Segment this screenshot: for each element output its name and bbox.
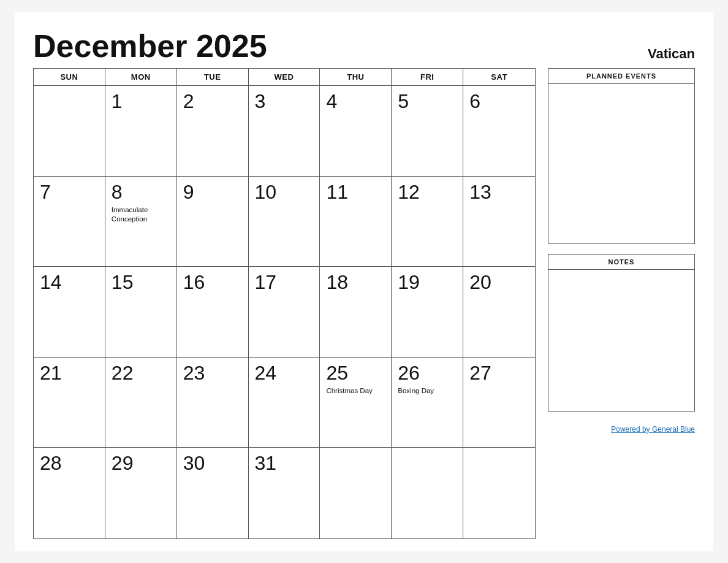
page-header: December 2025 Vatican <box>33 30 695 62</box>
day-cell-17: 17 <box>249 267 320 358</box>
day-cell-15: 15 <box>105 267 177 358</box>
day-cell-19: 19 <box>392 267 463 358</box>
day-cell-26: 26 Boxing Day <box>392 358 463 448</box>
header-mon: MON <box>105 69 177 85</box>
day-cell-11: 11 <box>320 177 392 267</box>
footer: Powered by General Blue <box>548 425 695 434</box>
notes-box: NOTES <box>548 254 695 412</box>
day-cell-30: 30 <box>177 448 249 538</box>
day-cell-21: 21 <box>34 358 105 448</box>
day-headers-row: SUN MON TUE WED THU FRI SAT <box>34 69 535 86</box>
planned-events-content <box>548 84 694 243</box>
powered-by-link[interactable]: Powered by General Blue <box>611 425 695 434</box>
planned-events-title: PLANNED EVENTS <box>548 69 694 84</box>
day-cell-24: 24 <box>249 358 320 448</box>
day-cell-7: 7 <box>34 177 105 267</box>
planned-events-box: PLANNED EVENTS <box>548 68 695 244</box>
day-cell-20: 20 <box>463 267 535 358</box>
day-cell-23: 23 <box>177 358 249 448</box>
sidebar: PLANNED EVENTS NOTES Powered by General … <box>548 68 695 539</box>
calendar-grid: 1 2 3 4 5 6 7 8 ImmaculateConception 9 1… <box>34 86 535 538</box>
day-cell-10: 10 <box>249 177 320 267</box>
header-sun: SUN <box>34 69 105 85</box>
day-cell-22: 22 <box>105 358 177 448</box>
header-fri: FRI <box>392 69 463 85</box>
day-cell-8: 8 ImmaculateConception <box>105 177 177 267</box>
day-cell-9: 9 <box>177 177 249 267</box>
day-cell-16: 16 <box>177 267 249 358</box>
notes-content <box>548 270 694 411</box>
day-cell-13: 13 <box>463 177 535 267</box>
day-cell-5: 5 <box>392 86 463 177</box>
day-cell-25: 25 Christmas Day <box>320 358 392 448</box>
day-cell-1: 1 <box>105 86 177 177</box>
day-cell-12: 12 <box>392 177 463 267</box>
month-title: December 2025 <box>33 30 267 62</box>
notes-title: NOTES <box>548 255 694 270</box>
day-cell-3: 3 <box>249 86 320 177</box>
day-cell <box>34 86 105 177</box>
day-cell-27: 27 <box>463 358 535 448</box>
day-cell-31: 31 <box>249 448 320 538</box>
header-tue: TUE <box>177 69 249 85</box>
day-cell-empty-4 <box>463 448 535 538</box>
day-cell-4: 4 <box>320 86 392 177</box>
calendar-page: December 2025 Vatican SUN MON TUE WED TH… <box>15 12 713 551</box>
country-title: Vatican <box>648 46 695 62</box>
header-sat: SAT <box>463 69 535 85</box>
calendar-grid-container: SUN MON TUE WED THU FRI SAT 1 2 3 4 5 6 … <box>33 68 536 539</box>
header-wed: WED <box>249 69 320 85</box>
day-cell-6: 6 <box>463 86 535 177</box>
main-content: SUN MON TUE WED THU FRI SAT 1 2 3 4 5 6 … <box>33 68 695 539</box>
day-cell-empty-3 <box>392 448 463 538</box>
day-cell-empty-2 <box>320 448 392 538</box>
day-cell-28: 28 <box>34 448 105 538</box>
day-cell-18: 18 <box>320 267 392 358</box>
day-cell-2: 2 <box>177 86 249 177</box>
header-thu: THU <box>320 69 392 85</box>
day-cell-29: 29 <box>105 448 177 538</box>
day-cell-14: 14 <box>34 267 105 358</box>
